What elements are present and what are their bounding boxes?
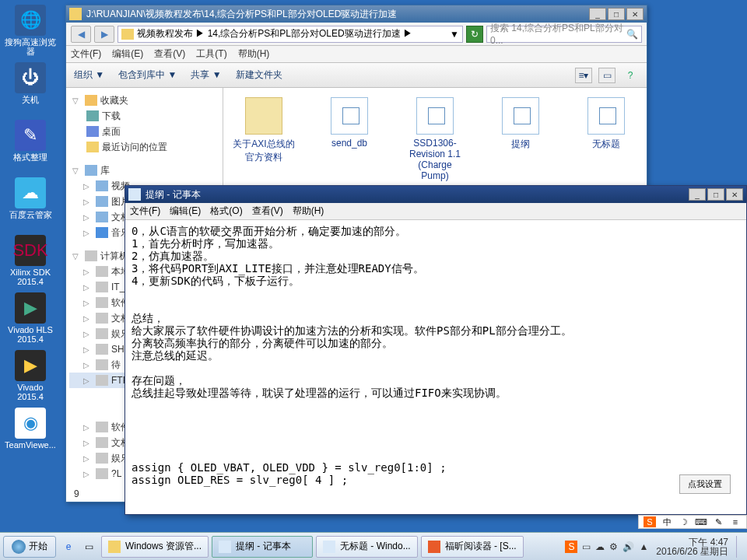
drive-icon xyxy=(96,313,108,324)
start-button[interactable]: 开始 xyxy=(3,536,56,558)
moon-icon[interactable]: ☽ xyxy=(678,516,690,527)
notepad-icon xyxy=(323,541,335,553)
menu-tools[interactable]: 工具(T) xyxy=(196,47,226,61)
notepad-text-area[interactable]: 0，从C语言的软硬交界面开始分析，确定要加速的部分。 1，首先分析时序，写加速器… xyxy=(125,220,746,514)
view-button[interactable]: ≡▾ xyxy=(575,68,592,83)
ime-icon[interactable]: 中 xyxy=(661,516,673,527)
system-tray[interactable]: S ▭ ☁ ⚙ 🔊 ▲ 下午 4:472016/6/26 星期日 xyxy=(565,536,744,558)
ime-tray[interactable]: S 中 ☽ ⌨ ✎ ≡ xyxy=(638,515,747,529)
drive-icon xyxy=(96,328,108,339)
drive-icon xyxy=(96,266,108,277)
notepad-window: 提纲 - 记事本 _ □ ✕ 文件(F) 编辑(E) 格式(O) 查看(V) 帮… xyxy=(124,185,747,515)
folder-icon xyxy=(245,97,282,135)
recent-icon xyxy=(86,142,99,152)
minimize-button[interactable]: _ xyxy=(689,188,706,201)
maximize-button[interactable]: □ xyxy=(608,8,625,20)
show-desktop[interactable] xyxy=(736,536,744,558)
drive-icon xyxy=(96,375,108,386)
taskbar: 开始 e ▭ Windows 资源管... 提纲 - 记事本 无标题 - Win… xyxy=(0,532,747,560)
desktop-icon[interactable]: ✎格式整理 xyxy=(3,120,58,162)
drive-icon xyxy=(96,468,108,479)
settings-button[interactable]: 点我设置 xyxy=(679,474,731,494)
menu-edit[interactable]: 编辑(E) xyxy=(170,205,201,218)
notepad-titlebar[interactable]: 提纲 - 记事本 _ □ ✕ xyxy=(125,186,746,203)
sogou-icon[interactable]: S xyxy=(565,541,577,553)
drive-icon xyxy=(96,437,108,448)
settings-icon[interactable]: ✎ xyxy=(712,516,724,527)
address-bar-row: ◀ ▶ 视频教程发布 ▶ 14,综合分析PS和PL部分对OLED驱动进行加速 ▶… xyxy=(66,23,647,46)
file-item[interactable]: send_db xyxy=(318,97,381,149)
ie-icon[interactable]: e xyxy=(59,537,78,557)
drive-icon xyxy=(96,282,108,292)
file-icon xyxy=(587,97,625,135)
preview-button[interactable]: ▭ xyxy=(598,68,615,83)
forward-button[interactable]: ▶ xyxy=(94,26,114,43)
pictures-icon xyxy=(96,196,108,207)
close-button[interactable]: ✕ xyxy=(626,8,644,20)
search-input[interactable]: 搜索 14,综合分析PS和PL部分对0...🔍 xyxy=(486,26,642,43)
desktop-icon[interactable]: ☁百度云管家 xyxy=(3,177,58,219)
sogou-icon[interactable]: S xyxy=(644,516,656,527)
desktop-icon[interactable]: ▶Vivado HLS 2015.4 xyxy=(3,292,58,344)
folder-icon xyxy=(69,8,82,20)
menu-file[interactable]: 文件(F) xyxy=(130,205,160,218)
refresh-button[interactable]: ↻ xyxy=(466,26,483,43)
tray-icon[interactable]: ⚙ xyxy=(609,541,618,552)
help-button[interactable]: ? xyxy=(622,68,639,83)
library-icon xyxy=(85,165,97,176)
star-icon xyxy=(85,95,97,106)
organize-button[interactable]: 组织 ▼ xyxy=(74,68,104,82)
share-button[interactable]: 共享 ▼ xyxy=(191,68,221,82)
drive-icon xyxy=(96,453,108,464)
notepad-icon xyxy=(128,188,141,201)
include-lib-button[interactable]: 包含到库中 ▼ xyxy=(118,68,177,82)
minimize-button[interactable]: _ xyxy=(589,8,606,20)
tray-icon[interactable]: 🔊 xyxy=(622,541,634,552)
desktop-icon[interactable]: ◉TeamViewe... xyxy=(3,408,58,450)
file-icon xyxy=(416,97,454,135)
taskbar-item[interactable]: 福昕阅读器 - [S... xyxy=(421,536,524,558)
maximize-button[interactable]: □ xyxy=(707,188,724,201)
taskbar-item[interactable]: 无标题 - Windo... xyxy=(316,536,418,558)
clock[interactable]: 下午 4:472016/6/26 星期日 xyxy=(653,537,731,556)
desktop-icon[interactable]: SDKXilinx SDK 2015.4 xyxy=(3,235,58,286)
back-button[interactable]: ◀ xyxy=(71,26,91,43)
drive-icon xyxy=(96,359,108,370)
menu-view[interactable]: 查看(V) xyxy=(252,205,283,218)
tray-icon[interactable]: ▲ xyxy=(639,541,648,552)
menu-help[interactable]: 帮助(H) xyxy=(238,47,270,61)
notepad-menu: 文件(F) 编辑(E) 格式(O) 查看(V) 帮助(H) xyxy=(125,203,746,220)
quicklaunch-icon[interactable]: ▭ xyxy=(79,537,98,557)
explorer-titlebar[interactable]: J:\RUANJIAN\视频教程发布\14,综合分析PS和PL部分对OLED驱动… xyxy=(66,5,647,23)
menu-help[interactable]: 帮助(H) xyxy=(293,205,324,218)
menu-file[interactable]: 文件(F) xyxy=(71,47,101,61)
windows-orb-icon xyxy=(12,540,26,554)
tray-icon[interactable]: ☁ xyxy=(595,541,605,552)
explorer-menu: 文件(F) 编辑(E) 查看(V) 工具(T) 帮助(H) xyxy=(66,46,647,63)
desktop-icon[interactable]: ▶Vivado 2015.4 xyxy=(3,350,58,401)
new-folder-button[interactable]: 新建文件夹 xyxy=(236,68,282,82)
desktop-icon[interactable]: 🌐搜狗高速浏览器 xyxy=(3,5,58,56)
tray-icon[interactable]: ▭ xyxy=(582,541,591,552)
file-icon xyxy=(502,97,539,135)
drive-icon xyxy=(96,422,108,432)
taskbar-item[interactable]: 提纲 - 记事本 xyxy=(212,536,313,558)
desktop-icon[interactable]: ⏻关机 xyxy=(3,62,58,104)
address-bar[interactable]: 视频教程发布 ▶ 14,综合分析PS和PL部分对OLED驱动进行加速 ▶▼ xyxy=(117,26,463,43)
file-item[interactable]: 关于AXI总线的官方资料 xyxy=(233,97,295,164)
folder-icon xyxy=(121,29,134,40)
file-item[interactable]: 无标题 xyxy=(575,97,637,151)
file-item[interactable]: SSD1306-Revision 1.1 (Charge Pump) xyxy=(404,97,466,181)
file-item[interactable]: 提纲 xyxy=(489,97,552,151)
menu-edit[interactable]: 编辑(E) xyxy=(112,47,143,61)
menu-view[interactable]: 查看(V) xyxy=(154,47,185,61)
menu-icon[interactable]: ≡ xyxy=(729,516,742,527)
desktop-icon xyxy=(86,126,99,137)
download-icon xyxy=(86,110,99,121)
close-button[interactable]: ✕ xyxy=(726,188,743,201)
taskbar-item[interactable]: Windows 资源管... xyxy=(101,536,209,558)
video-icon xyxy=(96,180,108,191)
folder-icon xyxy=(108,541,121,553)
keyboard-icon[interactable]: ⌨ xyxy=(695,516,707,527)
menu-format[interactable]: 格式(O) xyxy=(210,205,242,218)
